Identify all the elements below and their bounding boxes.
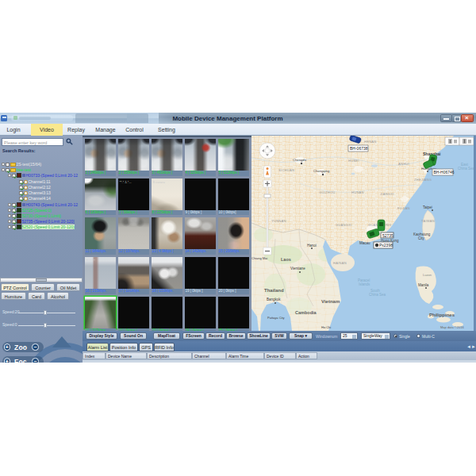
svg-text:52735: 52735 <box>382 233 393 238</box>
svg-text:Luzon: Luzon <box>423 273 432 277</box>
svg-text:Hanoi: Hanoi <box>307 244 317 248</box>
svg-text:JIANGXI: JIANGXI <box>380 192 394 196</box>
svg-text:HENAN: HENAN <box>364 140 377 144</box>
svg-text:Bangkok: Bangkok <box>267 298 281 301</box>
svg-text:Manila: Manila <box>418 283 429 287</box>
svg-text:Philippines: Philippines <box>429 313 455 317</box>
svg-text:Laos: Laos <box>281 257 291 262</box>
svg-text:City: City <box>418 236 424 240</box>
svg-text:BH-06738: BH-06738 <box>350 146 368 151</box>
svg-text:GUANGXI: GUANGXI <box>336 223 352 227</box>
svg-text:TAIWAN: TAIWAN <box>421 219 435 223</box>
svg-text:Taipei: Taipei <box>423 205 432 209</box>
svg-text:Thailand: Thailand <box>264 288 284 293</box>
svg-text:Px2398: Px2398 <box>379 243 393 248</box>
svg-text:Vientiane: Vientiane <box>290 267 305 271</box>
svg-text:Map data ©2016: Map data ©2016 <box>440 325 464 329</box>
svg-text:SICHUAN: SICHUAN <box>278 168 294 172</box>
svg-text:Macau: Macau <box>359 241 370 245</box>
svg-text:YUNNAN: YUNNAN <box>271 219 286 223</box>
svg-text:ANHUI: ANHUI <box>398 162 409 166</box>
svg-text:Vietnam: Vietnam <box>321 299 340 304</box>
svg-text:GUIZHOU: GUIZHOU <box>319 190 336 194</box>
svg-text:China Sea: China Sea <box>458 167 474 171</box>
svg-text:HUNAN: HUNAN <box>351 190 364 194</box>
svg-text:China Sea: China Sea <box>369 293 386 297</box>
svg-text:Islands: Islands <box>359 282 370 286</box>
svg-text:Chengdu: Chengdu <box>293 158 307 162</box>
svg-text:BH-H06746: BH-H06746 <box>434 170 455 175</box>
svg-text:ZHEJIANG: ZHEJIANG <box>414 178 432 182</box>
svg-text:HAINAN: HAINAN <box>333 261 347 265</box>
svg-text:Chiang Mai: Chiang Mai <box>251 256 267 260</box>
svg-text:Ho Chi: Ho Chi <box>321 325 331 329</box>
svg-text:Chongqing: Chongqing <box>313 169 330 173</box>
svg-text:HUBEI: HUBEI <box>348 159 359 163</box>
svg-text:FUJIAN: FUJIAN <box>397 206 410 210</box>
svg-text:Pattaya City: Pattaya City <box>267 316 285 320</box>
svg-text:Cambodia: Cambodia <box>295 310 317 315</box>
